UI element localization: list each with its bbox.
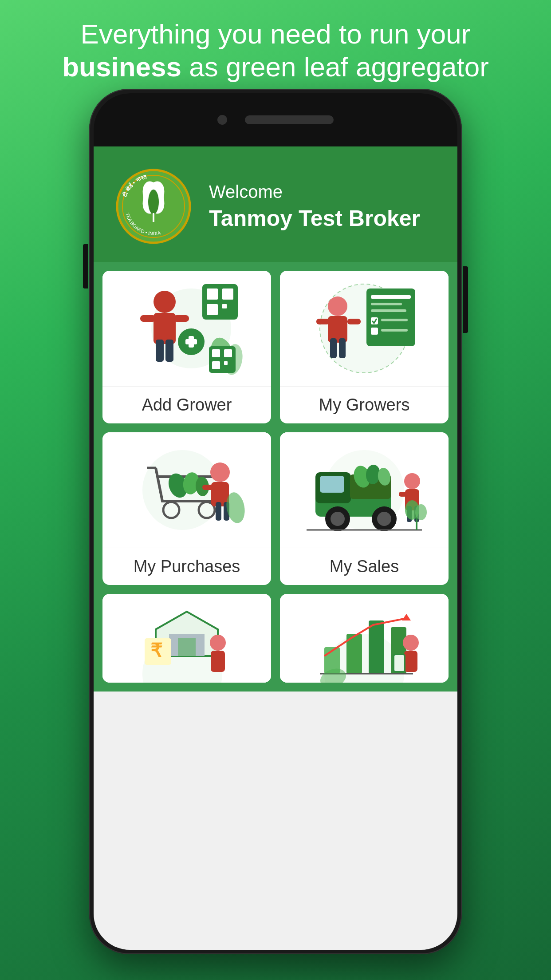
svg-rect-28 [212,361,220,369]
svg-rect-45 [347,319,361,324]
my-sales-image [280,432,449,548]
app-header: टी बोर्ड • भारत TEA BOARD • INDIA Welcom… [94,146,457,262]
my-growers-image [280,271,449,386]
card-5[interactable]: ₹ [102,594,271,683]
svg-rect-98 [394,655,404,671]
svg-rect-17 [165,340,173,362]
svg-rect-91 [369,620,384,674]
svg-rect-29 [224,361,228,365]
my-sales-card[interactable]: My Sales [280,432,449,585]
welcome-section: Welcome Tanmoy Test Broker [209,182,435,231]
svg-point-53 [210,462,230,482]
card-6[interactable] [280,594,449,683]
header-section: Everything you need to run your business… [0,18,551,84]
svg-rect-33 [371,295,411,299]
svg-point-68 [331,512,345,526]
svg-rect-10 [207,288,218,300]
header-line2-normal: as green leaf aggregator [189,51,489,82]
svg-rect-87 [211,651,225,672]
header-bold-word: business [62,51,181,82]
card-5-image: ₹ [102,594,271,683]
add-grower-label: Add Grower [102,386,271,423]
power-button [463,266,468,333]
my-sales-label: My Sales [280,548,449,585]
svg-rect-56 [216,502,221,521]
svg-rect-18 [140,315,156,322]
svg-rect-55 [202,485,213,490]
svg-rect-34 [371,303,402,305]
svg-rect-15 [153,313,176,344]
svg-point-4 [148,190,159,214]
svg-text:₹: ₹ [150,640,162,661]
svg-rect-96 [404,651,417,672]
my-growers-card[interactable]: My Growers [280,271,449,423]
svg-point-40 [328,296,347,316]
svg-point-86 [210,635,226,651]
svg-rect-19 [173,315,189,322]
svg-rect-12 [207,304,218,315]
my-purchases-image [102,432,271,548]
svg-rect-16 [156,340,164,362]
svg-point-95 [403,635,419,651]
menu-grid: Add Grower [94,262,457,692]
tea-board-logo: टी बोर्ड • भारत TEA BOARD • INDIA [116,169,191,244]
front-camera [217,115,227,125]
svg-rect-43 [339,338,346,358]
phone-inner: टी बोर्ड • भारत TEA BOARD • INDIA Welcom… [94,93,457,950]
earpiece [245,115,334,124]
svg-rect-22 [189,336,194,348]
svg-point-72 [404,473,420,489]
add-grower-image [102,271,271,386]
user-name: Tanmoy Test Broker [209,205,435,231]
svg-rect-13 [222,304,227,308]
header-line1: Everything you need to run your [18,18,533,51]
svg-point-14 [153,291,176,313]
app-screen: टी बोर्ड • भारत TEA BOARD • INDIA Welcom… [94,146,457,950]
header-line2: business as green leaf aggregator [18,51,533,83]
svg-rect-26 [212,349,220,357]
svg-rect-27 [224,349,232,357]
svg-point-70 [377,512,391,526]
my-purchases-card[interactable]: My Purchases [102,432,271,585]
card-6-image [280,594,449,683]
svg-rect-44 [316,319,330,324]
my-purchases-label: My Purchases [102,548,271,585]
svg-marker-93 [402,614,411,620]
phone-frame: टी बोर्ड • भारत TEA BOARD • INDIA Welcom… [89,89,462,954]
svg-rect-38 [371,328,378,335]
my-growers-label: My Growers [280,386,449,423]
svg-rect-35 [371,309,406,312]
welcome-label: Welcome [209,182,435,202]
svg-rect-83 [178,638,196,656]
svg-rect-11 [222,288,233,300]
svg-point-79 [415,504,427,520]
svg-rect-74 [399,492,407,497]
add-grower-card[interactable]: Add Grower [102,271,271,423]
phone-notch [94,93,457,146]
svg-rect-37 [381,319,408,321]
svg-rect-62 [320,476,344,493]
svg-rect-39 [381,329,408,332]
volume-button [83,244,88,288]
svg-rect-42 [330,338,337,358]
